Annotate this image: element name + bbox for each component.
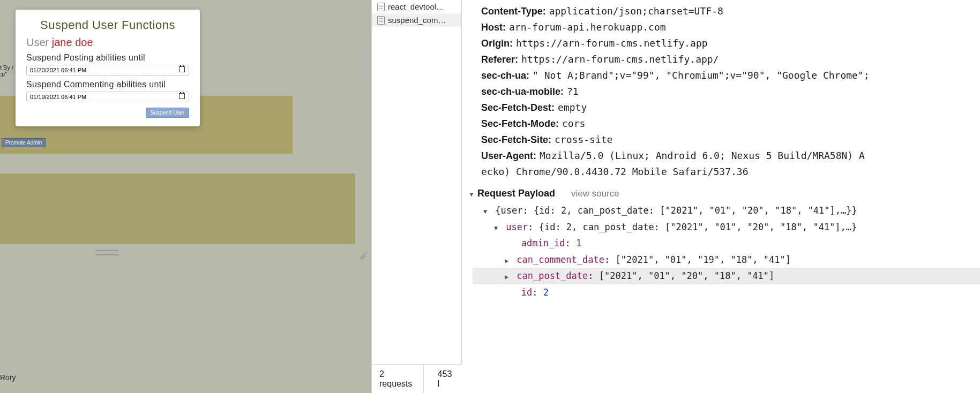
devtools-details: Content-Type:application/json;charset=UT…: [462, 0, 980, 393]
request-payload-section: Request Payload view source {user: {id: …: [462, 185, 980, 301]
app-viewport: t By / ;p" Promote Admin Rory © Aaron Ro…: [0, 0, 371, 393]
requests-count: 2 requests: [372, 365, 424, 393]
header-value: arn-forum-api.herokuapp.com: [509, 21, 666, 33]
user-prefix: User: [26, 36, 49, 48]
view-source-link[interactable]: view source: [571, 188, 619, 199]
file-icon: [377, 3, 385, 11]
triangle-right-icon: [505, 255, 511, 267]
requests-list: react_devtool… suspend_com… 2 requests 4…: [372, 0, 462, 393]
devtools-status-bar: 2 requests 453 l: [372, 364, 462, 393]
transfer-size: 453 l: [430, 365, 462, 393]
suspend-commenting-input[interactable]: [26, 92, 189, 102]
json-value: 1: [576, 238, 581, 248]
json-value: 2: [543, 287, 549, 298]
json-row: id: 2: [473, 284, 980, 301]
root: t By / ;p" Promote Admin Rory © Aaron Ro…: [0, 0, 980, 393]
json-value: {id: 2, can_post_date: ["2021", "01", "2…: [539, 222, 857, 232]
header-value: ?1: [567, 86, 579, 97]
request-headers: Content-Type:application/json;charset=UT…: [462, 0, 980, 185]
suspend-posting-label: Suspend Posting abilities until: [26, 53, 189, 63]
header-key: Content-Type:: [481, 6, 546, 17]
json-row[interactable]: {user: {id: 2, can_post_date: ["2021", "…: [473, 202, 980, 219]
header-value: cross-site: [555, 134, 612, 145]
request-item-suspend-com[interactable]: suspend_com…: [372, 13, 461, 27]
request-item-label: react_devtool…: [388, 2, 444, 11]
json-row[interactable]: can_comment_date: ["2021", "01", "19", "…: [473, 252, 980, 268]
header-value: Mozilla/5.0 (Linux; Android 6.0; Nexus 5…: [540, 150, 865, 161]
request-item-react-devtool[interactable]: react_devtool…: [372, 0, 461, 13]
triangle-right-icon: [505, 271, 511, 283]
json-row[interactable]: can_post_date: ["2021", "01", "20", "18"…: [473, 268, 980, 284]
payload-toggle[interactable]: Request Payload: [468, 188, 555, 199]
file-icon: [377, 16, 385, 25]
header-key: Host:: [481, 22, 506, 33]
header-value: empty: [558, 102, 587, 113]
header-key: Origin:: [481, 38, 513, 49]
suspend-posting-input[interactable]: [26, 65, 189, 75]
calendar-icon[interactable]: [179, 66, 185, 72]
json-key: user: [506, 222, 528, 232]
background-panel: Rory © Aaron Rory Newbold 2020: [0, 173, 355, 244]
drawer-drag-handle-icon[interactable]: [95, 250, 119, 255]
modal-user-line: User jane doe: [26, 36, 189, 49]
json-key: can_post_date: [517, 270, 588, 281]
json-key: id: [521, 287, 532, 298]
modal-title: Suspend User Functions: [26, 18, 189, 32]
header-value: cors: [562, 118, 585, 129]
promote-admin-button[interactable]: Promote Admin: [2, 138, 46, 147]
suspend-user-button[interactable]: Suspend User: [146, 108, 189, 118]
suspend-commenting-label: Suspend Commenting abilities until: [26, 80, 189, 89]
triangle-down-icon: [468, 191, 475, 198]
devtools-pane: react_devtool… suspend_com… 2 requests 4…: [371, 0, 980, 393]
header-value: https://arn-forum-cms.netlify.app: [516, 37, 708, 49]
payload-title: Request Payload: [477, 188, 555, 199]
header-key: sec-ch-ua-mobile:: [481, 86, 564, 97]
json-value: ["2021", "01", "20", "18", "41"]: [599, 270, 775, 281]
triangle-down-icon: [494, 223, 500, 235]
json-text: {user: {id: 2, can_post_date: ["2021", "…: [495, 205, 857, 216]
resize-grip-icon[interactable]: [360, 251, 369, 260]
header-key: Sec-Fetch-Site:: [481, 134, 551, 145]
header-key: sec-ch-ua:: [481, 70, 529, 81]
username: jane doe: [52, 36, 93, 48]
suspend-user-modal: Suspend User Functions User jane doe Sus…: [16, 10, 200, 126]
header-key: User-Agent:: [481, 150, 536, 161]
header-key: Sec-Fetch-Dest:: [481, 102, 555, 113]
json-key: can_comment_date: [517, 254, 604, 265]
request-item-label: suspend_com…: [388, 16, 446, 25]
header-value-cont: ecko) Chrome/90.0.4430.72 Mobile Safari/…: [481, 164, 969, 179]
calendar-icon[interactable]: [179, 93, 185, 99]
header-value: https://arn-forum-cms.netlify.app/: [521, 54, 719, 65]
header-value: application/json;charset=UTF-8: [549, 5, 723, 17]
header-key: Referer:: [481, 54, 518, 65]
json-row[interactable]: user: {id: 2, can_post_date: ["2021", "0…: [473, 219, 980, 236]
triangle-down-icon: [483, 206, 490, 218]
author-name: Rory: [0, 373, 16, 382]
payload-json-tree: {user: {id: 2, can_post_date: ["2021", "…: [462, 202, 980, 301]
json-key: admin_id: [521, 238, 565, 248]
json-row: admin_id: 1: [473, 235, 980, 252]
header-key: Sec-Fetch-Mode:: [481, 118, 559, 129]
vertical-splitter-icon[interactable]: [362, 51, 368, 84]
header-value: " Not A;Brand";v="99", "Chromium";v="90"…: [533, 70, 870, 81]
json-value: ["2021", "01", "19", "18", "41"]: [616, 254, 791, 265]
